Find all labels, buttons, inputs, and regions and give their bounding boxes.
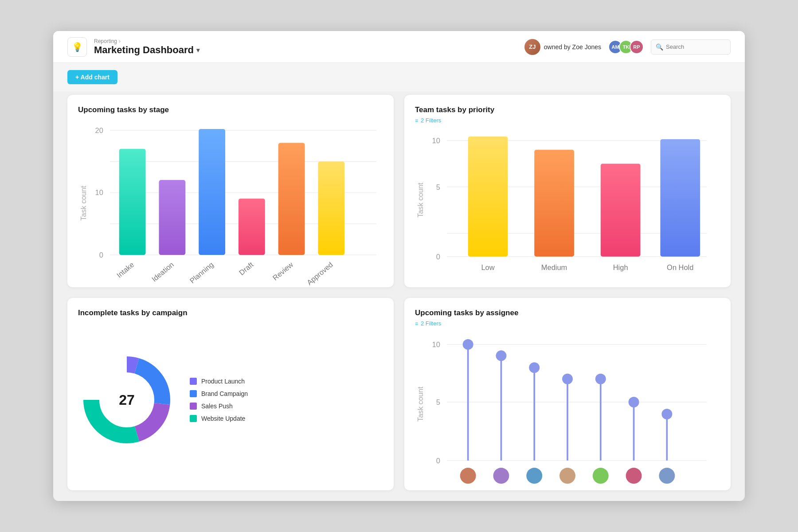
team-avatar-3: RP xyxy=(630,40,644,54)
search-icon: 🔍 xyxy=(656,43,663,51)
chart1-area: 20 10 0 Task count xyxy=(78,117,383,287)
assignee-avatar-7 xyxy=(659,468,675,484)
svg-text:0: 0 xyxy=(436,253,440,261)
svg-text:Medium: Medium xyxy=(541,263,567,271)
lollipop-dot-2 xyxy=(496,350,506,361)
lollipop-dot-6 xyxy=(629,397,639,407)
pbar-medium xyxy=(534,150,574,257)
chart-upcoming-by-stage: Upcoming tasks by stage xyxy=(67,95,394,287)
chart-incomplete-by-campaign: Incomplete tasks by campaign xyxy=(67,298,394,490)
legend-label-sales-push: Sales Push xyxy=(201,403,233,410)
lollipop-dot-7 xyxy=(661,409,672,419)
header-left: 💡 Reporting › Marketing Dashboard ▾ xyxy=(67,37,200,57)
svg-text:10: 10 xyxy=(95,188,103,196)
legend-label-website-update: Website Update xyxy=(201,415,245,422)
legend-dot-brand-campaign xyxy=(190,390,197,397)
chart2-area: 10 5 0 Task count Low Medium xyxy=(415,127,720,286)
svg-text:High: High xyxy=(613,263,628,271)
svg-text:5: 5 xyxy=(436,183,440,191)
bar-approved xyxy=(318,161,344,255)
chart-upcoming-by-assignee: Upcoming tasks by assignee ≡ 2 Filters 1… xyxy=(404,298,731,490)
assignee-avatar-2 xyxy=(493,468,509,484)
owner-avatar: ZJ xyxy=(524,39,540,55)
lollipop-dot-3 xyxy=(529,362,540,373)
owner-label: owned by Zoe Jones xyxy=(544,43,601,51)
pbar-low xyxy=(468,137,508,257)
svg-text:0: 0 xyxy=(436,457,440,465)
breadcrumb-chevron: › xyxy=(119,38,121,44)
assignee-avatar-6 xyxy=(626,468,642,484)
assignee-avatar-5 xyxy=(593,468,609,484)
donut-chart: 27 xyxy=(78,351,176,449)
svg-text:Task count: Task count xyxy=(79,186,87,221)
svg-text:Task count: Task count xyxy=(416,183,424,218)
legend-sales-push: Sales Push xyxy=(190,403,248,410)
legend-brand-campaign: Brand Campaign xyxy=(190,390,248,397)
donut-legend: Product Launch Brand Campaign Sales Push… xyxy=(190,378,248,422)
breadcrumb-label: Reporting xyxy=(94,38,117,44)
svg-text:Planning: Planning xyxy=(188,260,215,285)
donut-total: 27 xyxy=(119,392,135,408)
svg-text:20: 20 xyxy=(95,126,103,134)
breadcrumb: Reporting › Marketing Dashboard ▾ xyxy=(94,38,200,56)
filter2-icon: ≡ xyxy=(415,321,418,327)
svg-text:5: 5 xyxy=(436,398,440,406)
svg-text:0: 0 xyxy=(99,251,103,259)
assignee-avatar-3 xyxy=(526,468,542,484)
app-icon: 💡 xyxy=(67,37,87,57)
legend-product-launch: Product Launch xyxy=(190,378,248,385)
toolbar: + Add chart xyxy=(53,63,745,91)
bar-review xyxy=(278,143,305,255)
lollipop-dot-5 xyxy=(595,374,606,384)
legend-label-brand-campaign: Brand Campaign xyxy=(201,390,248,397)
team-avatars: AM TK RP xyxy=(608,40,644,54)
svg-text:Ideation: Ideation xyxy=(150,260,175,283)
bar-ideation xyxy=(159,180,185,255)
chart-team-by-priority: Team tasks by priority ≡ 2 Filters xyxy=(404,95,731,287)
lollipop-area: 10 5 0 Task count xyxy=(415,330,720,490)
title-caret: ▾ xyxy=(196,47,200,54)
add-chart-button[interactable]: + Add chart xyxy=(67,70,117,84)
app-container: 💡 Reporting › Marketing Dashboard ▾ ZJ o… xyxy=(53,31,745,501)
chart4-title: Upcoming tasks by assignee xyxy=(415,309,720,317)
legend-website-update: Website Update xyxy=(190,415,248,422)
chart1-title: Upcoming tasks by stage xyxy=(78,106,383,114)
chart2-filter[interactable]: ≡ 2 Filters xyxy=(415,117,720,124)
svg-text:10: 10 xyxy=(432,340,440,348)
bar-planning xyxy=(199,129,225,255)
header: 💡 Reporting › Marketing Dashboard ▾ ZJ o… xyxy=(53,31,745,63)
donut-area: 27 Product Launch Brand Campaign Sales P… xyxy=(78,320,383,480)
search-box[interactable]: 🔍 xyxy=(651,39,731,55)
svg-text:On Hold: On Hold xyxy=(667,263,693,271)
chart4-filter[interactable]: ≡ 2 Filters xyxy=(415,320,720,327)
legend-dot-website-update xyxy=(190,415,197,422)
search-input[interactable] xyxy=(666,43,726,50)
chart1-svg: 20 10 0 Task count xyxy=(78,117,383,287)
chart2-title: Team tasks by priority xyxy=(415,106,720,114)
pbar-onhold xyxy=(660,139,700,257)
page-title[interactable]: Marketing Dashboard ▾ xyxy=(94,44,200,56)
svg-text:Approved: Approved xyxy=(305,260,334,286)
main-grid: Upcoming tasks by stage xyxy=(53,91,745,501)
pbar-high xyxy=(601,164,641,256)
owner-info: ZJ owned by Zoe Jones xyxy=(524,39,601,55)
legend-label-product-launch: Product Launch xyxy=(201,378,245,385)
svg-text:Task count: Task count xyxy=(416,387,424,422)
breadcrumb-top: Reporting › xyxy=(94,38,200,44)
svg-text:10: 10 xyxy=(432,137,440,145)
chart2-svg: 10 5 0 Task count Low Medium xyxy=(415,127,720,286)
assignee-avatar-4 xyxy=(559,468,575,484)
lollipop-dot-4 xyxy=(562,374,573,384)
legend-dot-product-launch xyxy=(190,378,197,385)
svg-text:Intake: Intake xyxy=(115,260,136,279)
lollipop-dot-1 xyxy=(463,339,473,350)
bar-intake xyxy=(119,149,146,255)
svg-text:Draft: Draft xyxy=(238,260,255,277)
svg-text:Review: Review xyxy=(271,260,294,282)
filter-icon: ≡ xyxy=(415,117,418,124)
legend-dot-sales-push xyxy=(190,403,197,410)
assignee-avatar-1 xyxy=(460,468,476,484)
bar-draft xyxy=(239,199,265,255)
header-right: ZJ owned by Zoe Jones AM TK RP 🔍 xyxy=(524,39,731,55)
chart4-svg: 10 5 0 Task count xyxy=(415,330,720,490)
